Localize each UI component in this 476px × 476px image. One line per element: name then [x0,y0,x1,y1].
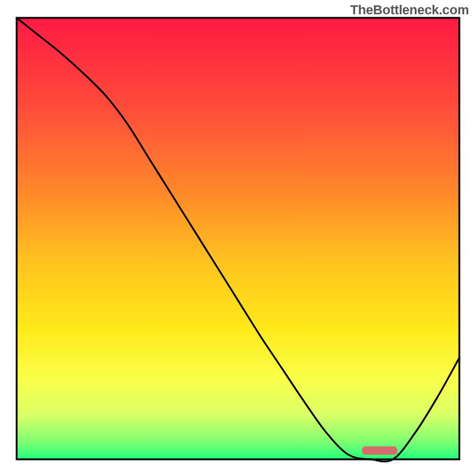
chart-container: { "watermark": "TheBottleneck.com", "cha… [0,0,476,476]
gradient-background [17,18,459,459]
bottleneck-curve-chart [0,0,476,476]
watermark-text: TheBottleneck.com [350,2,469,18]
optimal-range-marker [362,446,397,455]
